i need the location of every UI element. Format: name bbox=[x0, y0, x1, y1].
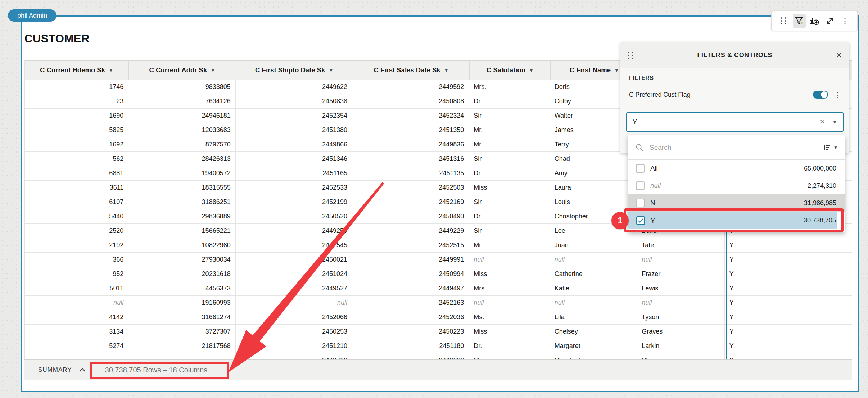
table-cell[interactable]: 6107 bbox=[25, 195, 128, 209]
table-cell[interactable]: 1690 bbox=[25, 109, 128, 123]
table-cell[interactable]: Dr. bbox=[469, 166, 550, 180]
table-cell[interactable]: 2449592 bbox=[352, 80, 469, 94]
table-cell[interactable] bbox=[842, 296, 852, 310]
table-cell[interactable]: 20231618 bbox=[128, 267, 235, 281]
table-cell[interactable] bbox=[842, 353, 852, 359]
filter-value-select[interactable]: Y ✕ ▼ bbox=[626, 112, 844, 132]
table-cell[interactable]: 2451210 bbox=[236, 339, 352, 353]
table-cell[interactable] bbox=[842, 267, 852, 281]
table-cell[interactable]: 2449259 bbox=[236, 224, 352, 238]
table-cell[interactable]: null bbox=[236, 296, 352, 310]
dropdown-option[interactable]: N31,986,985 bbox=[628, 194, 845, 212]
table-cell[interactable]: Mr. bbox=[469, 123, 550, 137]
table-cell[interactable]: 19400572 bbox=[128, 166, 235, 180]
filter-toggle[interactable] bbox=[813, 91, 828, 99]
table-cell[interactable]: null bbox=[550, 296, 637, 310]
table-cell[interactable] bbox=[842, 253, 852, 267]
table-cell[interactable]: 3134 bbox=[25, 325, 128, 339]
table-cell[interactable]: Ms. bbox=[469, 310, 550, 324]
table-cell[interactable]: Lewis bbox=[637, 281, 724, 295]
table-cell[interactable]: 2449497 bbox=[352, 281, 469, 295]
table-cell[interactable]: 2452324 bbox=[352, 109, 469, 123]
table-cell[interactable]: 3611 bbox=[25, 181, 128, 195]
table-cell[interactable]: Chad bbox=[550, 152, 637, 166]
table-cell[interactable]: Louis bbox=[550, 195, 637, 209]
table-cell[interactable]: 21817568 bbox=[128, 339, 235, 353]
table-cell[interactable] bbox=[842, 325, 852, 339]
table-cell[interactable]: Shi bbox=[637, 353, 724, 359]
table-cell[interactable]: 15665221 bbox=[128, 224, 235, 238]
table-cell[interactable]: Y bbox=[725, 353, 842, 359]
table-cell[interactable]: Mrs. bbox=[469, 281, 550, 295]
table-cell[interactable]: 2449527 bbox=[236, 281, 352, 295]
drag-handle-icon[interactable] bbox=[777, 14, 790, 28]
summary-collapse-button[interactable] bbox=[78, 367, 86, 373]
filter-button[interactable]: 1 bbox=[793, 14, 806, 28]
table-cell[interactable]: 2192 bbox=[25, 238, 128, 252]
table-cell[interactable]: 4456373 bbox=[128, 281, 235, 295]
table-cell[interactable]: 2451135 bbox=[352, 166, 469, 180]
sort-button[interactable]: ▼ bbox=[823, 144, 838, 151]
table-cell[interactable]: Laura bbox=[550, 181, 637, 195]
table-cell[interactable]: null bbox=[550, 253, 637, 267]
table-cell[interactable]: Tyson bbox=[637, 310, 724, 324]
table-cell[interactable]: Sir bbox=[469, 224, 550, 238]
table-cell[interactable]: 2450838 bbox=[236, 94, 352, 108]
table-cell[interactable]: 7634126 bbox=[128, 94, 235, 108]
table-cell[interactable]: 2449716 bbox=[236, 353, 352, 359]
table-cell[interactable]: Christoph bbox=[550, 353, 637, 359]
column-menu-icon[interactable]: ▼ bbox=[109, 68, 113, 73]
table-cell[interactable]: 2452545 bbox=[236, 238, 352, 252]
table-cell[interactable]: 31661274 bbox=[128, 310, 235, 324]
column-menu-icon[interactable]: ▼ bbox=[529, 68, 534, 73]
table-cell[interactable]: Miss bbox=[469, 325, 550, 339]
table-cell[interactable]: 1746 bbox=[25, 80, 128, 94]
dropdown-option[interactable]: null2,274,310 bbox=[628, 177, 845, 194]
table-cell[interactable]: Graves bbox=[637, 325, 724, 339]
table-cell[interactable]: 2451316 bbox=[352, 152, 469, 166]
table-cell[interactable]: 2452169 bbox=[352, 195, 469, 209]
table-cell[interactable]: 28426313 bbox=[128, 152, 235, 166]
table-cell[interactable]: Miss bbox=[469, 267, 550, 281]
table-cell[interactable]: 23 bbox=[25, 94, 128, 108]
table-cell[interactable]: 3727307 bbox=[128, 325, 235, 339]
checkbox-icon[interactable] bbox=[636, 164, 645, 173]
table-cell[interactable]: 29836889 bbox=[128, 209, 235, 223]
filter-kebab-icon[interactable]: ⋮ bbox=[834, 91, 841, 99]
table-cell[interactable]: 2450490 bbox=[352, 209, 469, 223]
column-menu-icon[interactable]: ▼ bbox=[211, 68, 215, 73]
column-menu-icon[interactable]: ▼ bbox=[614, 68, 619, 73]
table-cell[interactable]: null bbox=[25, 296, 128, 310]
table-cell[interactable]: 9833805 bbox=[128, 80, 235, 94]
table-cell[interactable] bbox=[25, 353, 128, 359]
table-cell[interactable]: Dr. bbox=[469, 339, 550, 353]
checkbox-icon[interactable] bbox=[636, 181, 645, 190]
chevron-down-icon[interactable]: ▼ bbox=[832, 119, 837, 125]
table-cell[interactable]: Mr. bbox=[469, 238, 550, 252]
table-cell[interactable]: 2451350 bbox=[352, 123, 469, 137]
table-cell[interactable]: 2450994 bbox=[352, 267, 469, 281]
table-cell[interactable]: 2451380 bbox=[236, 123, 352, 137]
table-cell[interactable]: 2452533 bbox=[236, 181, 352, 195]
column-menu-icon[interactable]: ▼ bbox=[329, 68, 333, 73]
dropdown-option[interactable]: All65,000,000 bbox=[628, 160, 845, 177]
table-cell[interactable]: 2452066 bbox=[236, 310, 352, 324]
table-cell[interactable]: 2450223 bbox=[352, 325, 469, 339]
table-cell[interactable]: null bbox=[469, 296, 550, 310]
table-cell[interactable]: 2520 bbox=[25, 224, 128, 238]
table-cell[interactable]: null bbox=[637, 296, 724, 310]
table-cell[interactable]: 2449991 bbox=[352, 253, 469, 267]
table-cell[interactable]: 2452515 bbox=[352, 238, 469, 252]
column-header[interactable]: C Current Hdemo Sk▼ bbox=[25, 61, 129, 80]
table-cell[interactable]: 2450808 bbox=[352, 94, 469, 108]
maximize-button[interactable] bbox=[823, 14, 836, 28]
table-cell[interactable] bbox=[842, 238, 852, 252]
table-cell[interactable]: 31886251 bbox=[128, 195, 235, 209]
table-cell[interactable]: Mr. bbox=[469, 137, 550, 151]
clear-value-icon[interactable]: ✕ bbox=[820, 118, 825, 126]
table-cell[interactable]: Catherine bbox=[550, 267, 637, 281]
table-cell[interactable]: 24946181 bbox=[128, 109, 235, 123]
table-cell[interactable]: Y bbox=[725, 253, 842, 267]
search-input[interactable] bbox=[650, 144, 823, 151]
add-child-element-button[interactable] bbox=[808, 14, 821, 28]
